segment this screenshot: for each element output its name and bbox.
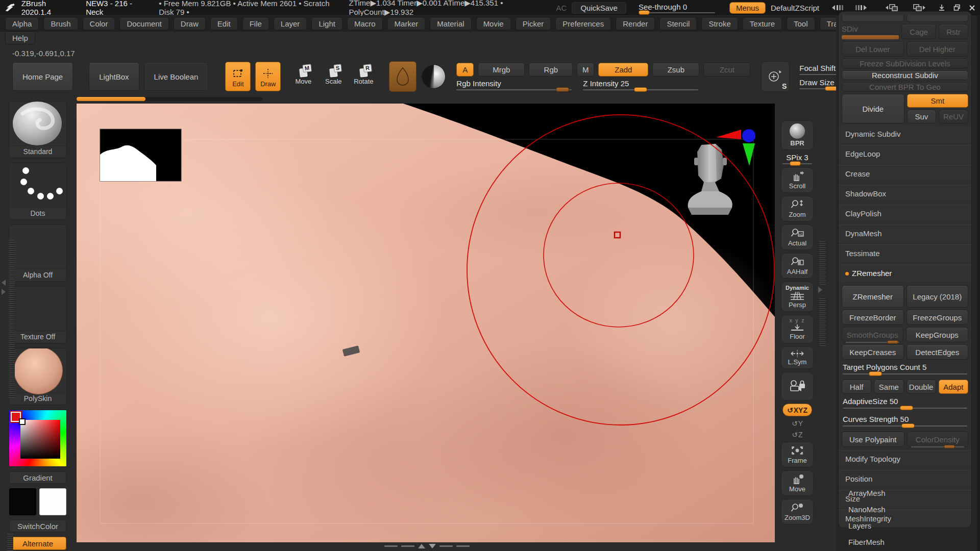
color-swatch-button[interactable]: A (456, 63, 474, 77)
convert-bpr-button[interactable]: Convert BPR To Geo (842, 82, 968, 92)
cage-button[interactable]: Cage (901, 24, 936, 39)
z-intensity-track[interactable] (583, 89, 698, 90)
camera-lock-button[interactable] (781, 372, 814, 400)
subpalette-position[interactable]: Position (839, 470, 971, 488)
home-page-button[interactable]: Home Page (12, 62, 73, 91)
spix-slider[interactable]: SPix 3 (781, 153, 814, 164)
subpalette-tessimate[interactable]: Tessimate (839, 244, 971, 262)
target-polygons-handle[interactable] (869, 371, 882, 376)
detect-edges-button[interactable]: DetectEdges (906, 344, 969, 360)
rotate-y-button[interactable]: ↺Y (792, 419, 803, 428)
left-tray-scrollbar-bottom[interactable] (7, 534, 13, 551)
m-button[interactable]: M (577, 63, 594, 77)
see-through-track[interactable] (639, 12, 715, 13)
zoom-button[interactable]: Zoom (781, 196, 814, 221)
see-through-slider[interactable]: See-through 0 (639, 3, 715, 13)
menu-help[interactable]: Help (5, 32, 35, 44)
cropped-button[interactable] (906, 15, 969, 22)
persp-button[interactable]: Dynamic Persp (781, 282, 814, 312)
menu-document[interactable]: Document (119, 17, 168, 30)
canvas-bottom-scroller[interactable] (384, 544, 470, 548)
color-density-handle[interactable] (944, 445, 955, 448)
menu-light[interactable]: Light (311, 17, 342, 30)
del-higher-button[interactable]: Del Higher (906, 41, 969, 57)
scroll-bar-segment[interactable] (439, 545, 453, 547)
subpalette-shadowbox[interactable]: ShadowBox (839, 185, 971, 203)
menu-picker[interactable]: Picker (516, 17, 551, 30)
minimize-icon[interactable] (938, 4, 946, 12)
tray-collapse-arrow[interactable] (2, 280, 6, 286)
spix-track[interactable] (782, 163, 812, 164)
reuv-button[interactable]: ReUV (939, 110, 968, 123)
rgb-button[interactable]: Rgb (529, 63, 573, 77)
quicksave-button[interactable]: QuickSave (572, 2, 626, 14)
rgb-intensity-track[interactable] (456, 89, 572, 90)
divide-button[interactable]: Divide (842, 94, 904, 123)
right-tray-arrow[interactable] (818, 287, 822, 293)
scroll-bar-segment[interactable] (401, 545, 414, 547)
smooth-groups-slider[interactable]: SmoothGroups (842, 327, 903, 342)
zscript-label[interactable]: DefaultZScript (771, 4, 819, 12)
rotate-mode-button[interactable]: R Rotate (351, 62, 376, 91)
subpalette-claypolish[interactable]: ClayPolish (839, 205, 971, 222)
color-density-slider[interactable]: ColorDensity (907, 432, 969, 447)
menu-preferences[interactable]: Preferences (555, 17, 611, 30)
gyro-button[interactable]: S (761, 61, 790, 92)
rgb-intensity-handle[interactable] (556, 87, 569, 92)
menu-color[interactable]: Color (83, 17, 115, 30)
scroll-up-arrow[interactable] (418, 544, 425, 548)
main-color-swatch[interactable] (9, 488, 36, 515)
subpalette-crease[interactable]: Crease (839, 165, 971, 183)
rgb-intensity-slider[interactable]: Rgb Intensity (456, 79, 572, 90)
zoom-3d-button[interactable]: Zoom3D (781, 499, 814, 524)
local-symmetry-button[interactable]: L.Sym (781, 346, 814, 369)
edit-mode-button[interactable]: Edit (225, 62, 251, 91)
floor-button[interactable]: x y z Floor (781, 315, 814, 343)
menu-alpha[interactable]: Alpha (5, 17, 39, 30)
bpr-render-button[interactable]: BPR (781, 120, 814, 150)
adaptive-size-handle[interactable] (900, 406, 913, 410)
sculpt-viewport[interactable] (77, 104, 775, 542)
menu-stroke[interactable]: Stroke (701, 17, 738, 30)
tray-slider-left-icon[interactable] (828, 4, 846, 12)
menu-draw[interactable]: Draw (174, 17, 206, 30)
rotate-xyz-button[interactable]: ↺XYZ (782, 404, 812, 416)
sdiv-bar[interactable] (842, 35, 899, 39)
z-intensity-handle[interactable] (634, 87, 647, 92)
material-sphere-preview[interactable] (421, 64, 446, 89)
curves-strength-slider[interactable]: Curves Strength 50 (842, 414, 968, 430)
target-polygons-track[interactable] (843, 373, 967, 374)
scroll-bar-segment[interactable] (384, 545, 398, 547)
subpalette-dynamesh[interactable]: DynaMesh (839, 224, 971, 242)
adapt-button[interactable]: Adapt (939, 380, 968, 394)
sdiv-slider[interactable]: SDiv (842, 24, 899, 39)
cropped-button[interactable] (842, 15, 904, 22)
aahalf-button[interactable]: AAHalf (781, 253, 814, 279)
material-selector[interactable]: PolySkin (9, 348, 67, 405)
freeze-border-button[interactable]: FreezeBorder (842, 310, 904, 325)
menu-texture[interactable]: Texture (743, 17, 782, 30)
menu-stencil[interactable]: Stencil (659, 17, 697, 30)
reconstruct-subdiv-button[interactable]: Reconstruct Subdiv (842, 70, 968, 80)
menu-brush[interactable]: Brush (43, 17, 78, 30)
subpalette-modify-topology[interactable]: Modify Topology (839, 450, 971, 468)
double-button[interactable]: Double (906, 380, 936, 394)
tray-expand-arrow[interactable] (2, 289, 6, 295)
subpalette-dynamic-subdiv[interactable]: Dynamic Subdiv (839, 126, 971, 143)
brush-preview-button[interactable] (389, 61, 416, 92)
zsub-button[interactable]: Zsub (652, 63, 699, 77)
menu-material[interactable]: Material (430, 17, 471, 30)
saturation-value-square[interactable] (20, 420, 60, 459)
color-picker[interactable] (9, 410, 67, 467)
right-divider-scrollbar[interactable] (819, 297, 825, 346)
right-divider-scrollbar[interactable] (819, 240, 825, 285)
curves-strength-track[interactable] (843, 425, 967, 427)
adaptive-size-track[interactable] (843, 408, 967, 409)
menu-file[interactable]: File (242, 17, 269, 30)
gradient-button[interactable]: Gradient (9, 471, 66, 484)
subpalette-zremesher[interactable]: ZRemesher (839, 264, 971, 282)
subpalette-edgeloop[interactable]: EdgeLoop (839, 145, 971, 163)
alternate-button[interactable]: Alternate (9, 537, 66, 550)
move-mode-button[interactable]: M Move (290, 62, 316, 91)
subpalette-arraymesh[interactable]: ArrayMesh (838, 487, 972, 499)
